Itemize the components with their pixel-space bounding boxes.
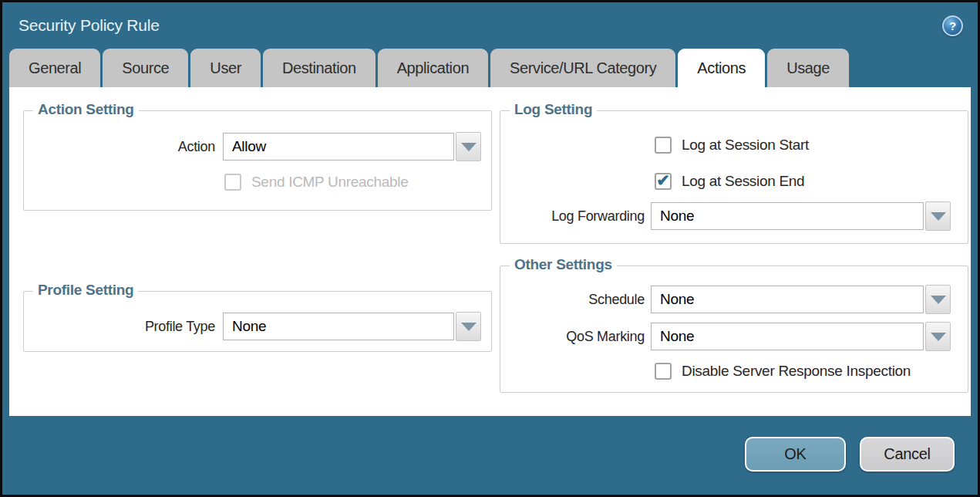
schedule-dropdown-button[interactable] <box>925 285 951 314</box>
tab-usage[interactable]: Usage <box>767 49 849 87</box>
log-at-session-end-checkbox[interactable]: ✔ <box>655 173 672 190</box>
dialog-footer: OK Cancel <box>2 416 978 495</box>
profile-setting-legend: Profile Setting <box>33 282 138 299</box>
dialog-title: Security Policy Rule <box>19 16 160 35</box>
send-icmp-unreachable-row: ✔ Send ICMP Unreachable <box>24 174 491 191</box>
schedule-label: Schedule <box>500 292 645 308</box>
schedule-dropdown-value[interactable]: None <box>651 286 924 313</box>
other-settings-group: Other Settings Schedule None QoS Marking… <box>500 265 968 393</box>
chevron-down-icon <box>931 333 946 341</box>
qos-marking-label: QoS Marking <box>500 329 645 345</box>
tab-destination[interactable]: Destination <box>263 49 375 87</box>
tab-label: Service/URL Category <box>510 59 656 77</box>
disable-server-response-inspection-row: ✔ Disable Server Response Inspection <box>500 363 968 380</box>
profile-type-row: Profile Type None <box>24 312 491 341</box>
qos-marking-dropdown[interactable]: None <box>651 322 951 351</box>
tab-application[interactable]: Application <box>378 49 488 87</box>
disable-server-response-inspection-checkbox[interactable]: ✔ <box>655 363 672 380</box>
log-setting-group: Log Setting ✔ Log at Session Start ✔ Log… <box>500 110 968 244</box>
tab-user[interactable]: User <box>190 49 261 87</box>
qos-marking-dropdown-value[interactable]: None <box>651 323 924 350</box>
actions-tab-panel: Action Setting Action Allow ✔ Send ICMP … <box>9 87 971 416</box>
log-setting-legend: Log Setting <box>510 101 597 118</box>
action-setting-group: Action Setting Action Allow ✔ Send ICMP … <box>23 110 492 211</box>
log-at-session-start-label: Log at Session Start <box>682 137 809 154</box>
send-icmp-unreachable-label: Send ICMP Unreachable <box>251 174 409 191</box>
schedule-dropdown[interactable]: None <box>651 285 951 314</box>
tab-label: Source <box>122 59 169 77</box>
log-forwarding-label: Log Forwarding <box>500 208 645 225</box>
action-dropdown[interactable]: Allow <box>223 132 481 161</box>
log-at-session-start-row: ✔ Log at Session Start <box>500 137 968 154</box>
tab-bar: General Source User Destination Applicat… <box>2 49 978 87</box>
action-row: Action Allow <box>24 132 491 161</box>
action-dropdown-button[interactable] <box>456 132 481 161</box>
tab-label: Usage <box>786 59 830 77</box>
chevron-down-icon <box>461 143 477 151</box>
tab-label: General <box>29 59 81 77</box>
cancel-button[interactable]: Cancel <box>860 437 955 472</box>
log-forwarding-row: Log Forwarding None <box>500 201 968 231</box>
tab-label: Application <box>397 59 469 77</box>
tab-general[interactable]: General <box>9 49 100 87</box>
log-at-session-end-row: ✔ Log at Session End <box>500 173 968 190</box>
chevron-down-icon <box>461 323 477 331</box>
profile-type-dropdown-value[interactable]: None <box>223 313 454 340</box>
disable-server-response-inspection-label: Disable Server Response Inspection <box>682 363 911 380</box>
action-dropdown-value[interactable]: Allow <box>223 133 454 161</box>
tab-label: User <box>210 59 241 77</box>
profile-type-label: Profile Type <box>24 319 215 335</box>
qos-marking-row: QoS Marking None <box>500 322 968 351</box>
profile-setting-group: Profile Setting Profile Type None <box>23 291 492 352</box>
tab-label: Actions <box>697 59 746 77</box>
send-icmp-unreachable-checkbox[interactable]: ✔ <box>224 174 241 191</box>
log-forwarding-dropdown[interactable]: None <box>651 201 951 231</box>
profile-type-dropdown[interactable]: None <box>223 312 481 341</box>
tab-service-url-category[interactable]: Service/URL Category <box>490 49 675 87</box>
tab-actions[interactable]: Actions <box>678 49 765 87</box>
tab-label: Destination <box>282 59 356 77</box>
chevron-down-icon <box>931 212 946 221</box>
schedule-row: Schedule None <box>500 285 968 314</box>
titlebar: Security Policy Rule ? <box>2 2 978 49</box>
action-label: Action <box>24 139 215 155</box>
help-icon[interactable]: ? <box>942 15 963 36</box>
log-at-session-start-checkbox[interactable]: ✔ <box>655 137 672 154</box>
log-forwarding-dropdown-button[interactable] <box>925 201 951 231</box>
chevron-down-icon <box>931 296 946 304</box>
log-at-session-end-label: Log at Session End <box>682 173 804 190</box>
action-setting-legend: Action Setting <box>33 101 139 118</box>
security-policy-rule-dialog: Security Policy Rule ? General Source Us… <box>0 0 980 497</box>
ok-button[interactable]: OK <box>745 437 846 472</box>
log-forwarding-dropdown-value[interactable]: None <box>651 202 924 230</box>
check-icon: ✔ <box>656 172 670 188</box>
tab-source[interactable]: Source <box>103 49 188 87</box>
qos-marking-dropdown-button[interactable] <box>925 322 951 351</box>
other-settings-legend: Other Settings <box>510 256 617 273</box>
profile-type-dropdown-button[interactable] <box>456 312 481 341</box>
